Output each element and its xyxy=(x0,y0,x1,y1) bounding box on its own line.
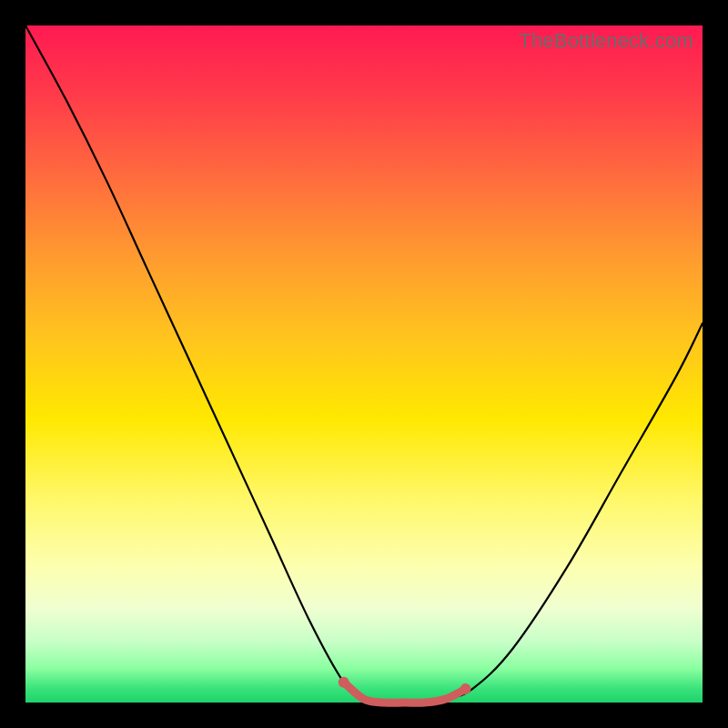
optimal-band-curve xyxy=(344,682,466,703)
bottleneck-curve xyxy=(25,25,703,703)
plot-area: TheBottleneck.com xyxy=(25,25,703,703)
curve-svg xyxy=(25,25,703,703)
optimal-band-dot-left xyxy=(339,677,349,688)
optimal-band-dot-right xyxy=(460,683,471,694)
chart-stage: TheBottleneck.com xyxy=(0,0,728,728)
